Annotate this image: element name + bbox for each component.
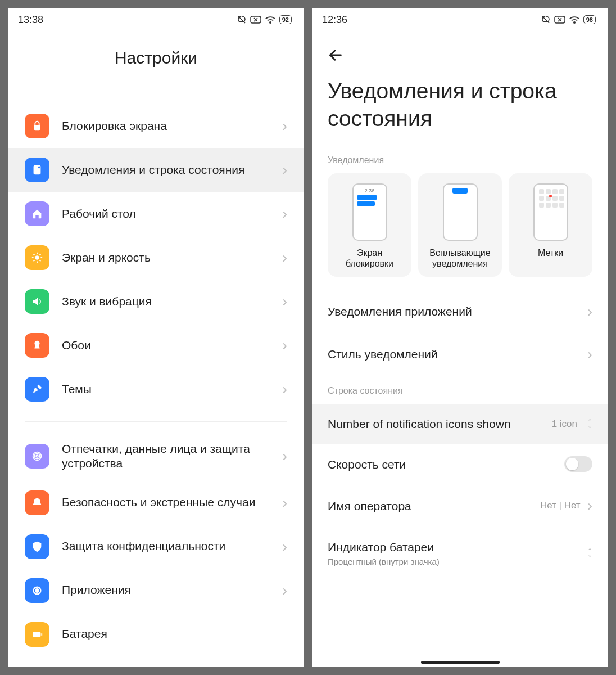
chevron-right-icon: › bbox=[282, 205, 287, 223]
row-privacy[interactable]: Защита конфиденциальности › bbox=[8, 525, 304, 569]
card-lockscreen[interactable]: 2:36 Экран блокировки bbox=[328, 173, 411, 277]
row-label: Рабочий стол bbox=[62, 206, 270, 221]
battery-icon: 92 bbox=[279, 15, 292, 24]
stepper-icon: ⌃⌄ bbox=[587, 420, 592, 428]
chevron-right-icon: › bbox=[587, 345, 592, 363]
row-label: Number of notification icons shown bbox=[328, 416, 545, 431]
row-icon-count[interactable]: Number of notification icons shown 1 ico… bbox=[312, 404, 608, 444]
battery-row-icon bbox=[25, 622, 49, 647]
row-label: Индикатор батареи bbox=[328, 539, 577, 555]
row-label: Батарея bbox=[62, 627, 287, 641]
row-label: Стиль уведомлений bbox=[328, 346, 581, 362]
themes-icon bbox=[25, 377, 49, 402]
settings-list: Блокировка экрана › Уведомления и строка… bbox=[8, 104, 304, 667]
row-notifications[interactable]: Уведомления и строка состояния › bbox=[8, 148, 304, 192]
row-value: 1 icon bbox=[552, 418, 577, 430]
row-label: Отпечатки, данные лица и защита устройст… bbox=[62, 442, 270, 471]
chevron-right-icon: › bbox=[282, 380, 287, 398]
svg-point-4 bbox=[38, 166, 40, 169]
row-app-notifications[interactable]: Уведомления приложений › bbox=[312, 290, 608, 333]
row-label: Темы bbox=[62, 382, 270, 397]
row-battery-indicator[interactable]: Индикатор батареи Процентный (внутри зна… bbox=[312, 527, 608, 579]
card-floating[interactable]: Всплывающие уведомления bbox=[418, 173, 502, 277]
status-indicators: 92 bbox=[237, 15, 292, 25]
svg-point-5 bbox=[35, 255, 39, 259]
card-label: Всплывающие уведомления bbox=[423, 248, 497, 269]
wallpaper-icon bbox=[25, 333, 49, 358]
notifications-icon bbox=[25, 158, 49, 182]
svg-point-16 bbox=[36, 455, 38, 457]
row-security[interactable]: Безопасность и экстренные случаи › bbox=[8, 481, 304, 525]
floating-preview-icon bbox=[443, 183, 478, 241]
row-battery[interactable]: Батарея bbox=[8, 613, 304, 656]
row-carrier-name[interactable]: Имя оператора Нет | Нет › bbox=[312, 484, 608, 527]
chevron-right-icon: › bbox=[282, 447, 287, 465]
home-indicator[interactable] bbox=[421, 661, 500, 664]
settings-screen: 13:38 92 Настройки Блокировка экрана › У… bbox=[8, 8, 304, 667]
toggle-off[interactable] bbox=[564, 456, 592, 472]
shield-icon bbox=[25, 534, 49, 559]
row-themes[interactable]: Темы › bbox=[8, 367, 304, 411]
section-header-notifications: Уведомления bbox=[312, 155, 608, 173]
chevron-right-icon: › bbox=[587, 303, 592, 321]
row-label: Приложения bbox=[62, 583, 270, 597]
status-bar: 12:36 98 bbox=[312, 8, 608, 32]
box-icon bbox=[554, 16, 565, 24]
bell-icon bbox=[25, 490, 49, 515]
divider bbox=[25, 88, 287, 88]
status-bar: 13:38 92 bbox=[8, 8, 304, 32]
brightness-icon bbox=[25, 245, 49, 270]
page-title: Настройки bbox=[8, 32, 304, 88]
svg-line-12 bbox=[34, 260, 35, 262]
mute-icon bbox=[541, 15, 551, 25]
row-value: Нет | Нет bbox=[540, 500, 581, 511]
chevron-right-icon: › bbox=[282, 161, 287, 179]
card-label: Экран блокировки bbox=[332, 248, 407, 269]
arrow-left-icon bbox=[328, 47, 343, 63]
row-label: Экран и яркость bbox=[62, 250, 270, 265]
svg-line-11 bbox=[40, 260, 41, 262]
row-wallpaper[interactable]: Обои › bbox=[8, 323, 304, 367]
box-icon bbox=[250, 16, 261, 24]
chevron-right-icon: › bbox=[282, 582, 287, 600]
svg-rect-20 bbox=[41, 633, 42, 636]
row-biometric[interactable]: Отпечатки, данные лица и защита устройст… bbox=[8, 432, 304, 481]
status-indicators: 98 bbox=[541, 15, 596, 25]
chevron-right-icon: › bbox=[587, 497, 592, 515]
chevron-right-icon: › bbox=[282, 494, 287, 512]
mute-icon bbox=[237, 15, 247, 25]
card-badges[interactable]: Метки bbox=[509, 173, 592, 277]
svg-point-1 bbox=[270, 22, 271, 24]
row-label: Звук и вибрация bbox=[62, 294, 270, 309]
section-header-statusbar: Строка состояния bbox=[312, 386, 608, 404]
apps-icon bbox=[25, 578, 49, 603]
battery-icon: 98 bbox=[583, 15, 596, 24]
home-icon bbox=[25, 201, 49, 226]
row-label: Блокировка экрана bbox=[62, 119, 270, 133]
row-notification-style[interactable]: Стиль уведомлений › bbox=[312, 333, 608, 376]
row-display[interactable]: Экран и яркость › bbox=[8, 236, 304, 280]
notification-cards: 2:36 Экран блокировки Всплывающие уведом… bbox=[312, 173, 608, 290]
row-network-speed[interactable]: Скорость сети bbox=[312, 444, 608, 484]
svg-rect-19 bbox=[33, 632, 41, 637]
row-label: Уведомления и строка состояния bbox=[62, 163, 270, 177]
back-button[interactable] bbox=[312, 32, 608, 69]
status-time: 12:36 bbox=[322, 14, 347, 26]
svg-line-10 bbox=[34, 254, 35, 255]
row-apps[interactable]: Приложения › bbox=[8, 569, 304, 613]
svg-rect-2 bbox=[34, 125, 40, 130]
stepper-icon: ⌃⌄ bbox=[587, 549, 592, 557]
notifications-screen: 12:36 98 Уведомления и строка состояния … bbox=[312, 8, 608, 667]
row-label: Защита конфиденциальности bbox=[62, 539, 270, 554]
row-home-screen[interactable]: Рабочий стол › bbox=[8, 192, 304, 236]
row-label: Имя оператора bbox=[328, 498, 533, 514]
row-sound[interactable]: Звук и вибрация › bbox=[8, 280, 304, 323]
lock-icon bbox=[25, 114, 49, 138]
status-time: 13:38 bbox=[18, 14, 43, 26]
svg-point-15 bbox=[34, 454, 39, 459]
lockscreen-preview-icon: 2:36 bbox=[352, 183, 387, 241]
sound-icon bbox=[25, 289, 49, 314]
row-lock-screen[interactable]: Блокировка экрана › bbox=[8, 104, 304, 148]
chevron-right-icon: › bbox=[282, 292, 287, 310]
chevron-right-icon: › bbox=[282, 249, 287, 267]
